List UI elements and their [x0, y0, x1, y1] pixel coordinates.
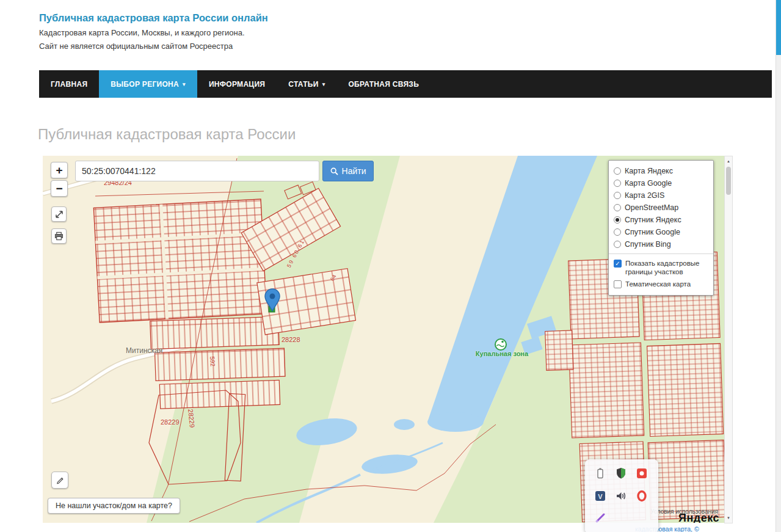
zoom-in-button[interactable]: +: [51, 162, 68, 178]
nav-item-information-label: ИНФОРМАЦИЯ: [209, 80, 265, 89]
map-scrollbar-thumb[interactable]: [726, 167, 731, 195]
nav-item-home[interactable]: ГЛАВНАЯ: [39, 70, 99, 98]
page-scrollbar[interactable]: [776, 0, 781, 532]
brush-icon[interactable]: [594, 511, 607, 525]
nav-item-articles[interactable]: СТАТЬИ ▾: [277, 70, 336, 98]
divider: [609, 253, 713, 254]
layer-option-bing-satellite[interactable]: Спутник Bing: [614, 238, 708, 250]
bathing-zone-icon: [495, 339, 506, 350]
layer-option-google-map[interactable]: Карта Google: [614, 177, 708, 189]
nav-item-home-label: ГЛАВНАЯ: [51, 80, 87, 89]
layer-option-2gis-map[interactable]: Карта 2GIS: [614, 189, 708, 202]
record-icon[interactable]: [635, 467, 648, 480]
page-scrollbar-thumb[interactable]: [776, 0, 781, 55]
layer-option-label: Спутник Яндекс: [625, 216, 681, 224]
cadastral-borders-checkbox[interactable]: ✓ Показать кадастровые границы участков: [614, 257, 708, 278]
layer-panel: Карта Яндекс Карта Google Карта 2GIS Ope…: [608, 160, 714, 296]
svg-text:V: V: [598, 492, 603, 500]
yandex-logo[interactable]: Яндекс: [678, 512, 719, 523]
layer-option-google-satellite[interactable]: Спутник Google: [614, 226, 708, 238]
layer-option-yandex-satellite[interactable]: Спутник Яндекс: [614, 214, 708, 226]
nav-item-articles-label: СТАТЬИ: [288, 80, 318, 89]
site-title-link[interactable]: Публичная кадастровая карта России онлай…: [39, 12, 268, 24]
floating-toolbar: V: [585, 459, 658, 532]
expand-icon: [55, 210, 64, 219]
cadastral-checkbox-label: Показать кадастровые границы участков: [625, 259, 708, 276]
radio-dot: [614, 180, 621, 187]
printer-icon: [54, 231, 64, 241]
search-icon: [330, 167, 338, 175]
fullscreen-button[interactable]: [51, 206, 67, 222]
page: { "header": { "site_title": "Публичная к…: [0, 0, 781, 532]
layer-option-label: Спутник Bing: [625, 240, 671, 249]
thematic-map-checkbox[interactable]: Тематическая карта: [614, 278, 708, 290]
chevron-down-icon: ▾: [322, 81, 325, 87]
cadastral-checkbox-box: ✓: [614, 260, 622, 268]
v-app-icon[interactable]: V: [594, 489, 607, 503]
layer-option-yandex-map[interactable]: Карта Яндекс: [614, 165, 708, 177]
opera-icon[interactable]: [635, 489, 648, 503]
thematic-checkbox-label: Тематическая карта: [625, 280, 691, 288]
find-button[interactable]: Найти: [322, 161, 374, 181]
radio-dot: [614, 216, 621, 224]
not-found-button[interactable]: Не нашли участок/дом на карте?: [48, 498, 180, 514]
layer-option-label: Карта Google: [625, 179, 672, 188]
chevron-down-icon: ▾: [183, 81, 186, 87]
speaker-icon[interactable]: [614, 489, 628, 503]
scroll-up-arrow-icon[interactable]: ▲: [725, 157, 732, 166]
thematic-checkbox-box: [614, 280, 622, 288]
print-button[interactable]: [51, 228, 67, 244]
search-input[interactable]: [75, 161, 319, 181]
layer-option-openstreetmap[interactable]: OpenStreetMap: [614, 202, 708, 214]
nav-item-feedback-label: ОБРАТНАЯ СВЯЗЬ: [348, 80, 419, 89]
layer-option-label: Спутник Google: [625, 228, 680, 236]
parcel-grid-left: [93, 199, 266, 322]
site-tagline-1: Кадастровая карта России, Москвы, и кажд…: [39, 28, 245, 37]
nav-item-information[interactable]: ИНФОРМАЦИЯ: [197, 70, 277, 98]
measure-button[interactable]: [51, 472, 68, 489]
zoom-out-button[interactable]: −: [51, 180, 68, 197]
find-button-label: Найти: [342, 166, 366, 176]
battery-icon[interactable]: [594, 467, 607, 480]
nav-item-feedback[interactable]: ОБРАТНАЯ СВЯЗЬ: [336, 70, 430, 98]
nav-item-region-select[interactable]: ВЫБОР РЕГИОНА ▾: [99, 70, 197, 98]
radio-dot: [614, 192, 621, 199]
map-scrollbar[interactable]: ▲ ▼: [724, 156, 733, 523]
layer-option-label: Карта 2GIS: [625, 191, 664, 200]
main-nav: ГЛАВНАЯ ВЫБОР РЕГИОНА ▾ ИНФОРМАЦИЯ СТАТЬ…: [39, 70, 772, 98]
site-header: Публичная кадастровая карта России онлай…: [0, 0, 781, 70]
nav-item-region-label: ВЫБОР РЕГИОНА: [111, 80, 179, 89]
shield-icon[interactable]: [614, 467, 628, 480]
radio-dot: [614, 167, 621, 175]
pencil-icon: [56, 476, 65, 485]
radio-dot: [614, 228, 621, 236]
layer-option-label: OpenStreetMap: [625, 203, 678, 212]
radio-dot: [614, 204, 621, 211]
layer-option-label: Карта Яндекс: [625, 167, 673, 175]
page-title: Публичная кадастровая карта России: [38, 126, 296, 143]
scroll-down-arrow-icon[interactable]: ▼: [725, 514, 732, 522]
radio-dot: [614, 241, 621, 248]
site-tagline-2: Сайт не является официальным сайтом Роср…: [39, 42, 233, 51]
